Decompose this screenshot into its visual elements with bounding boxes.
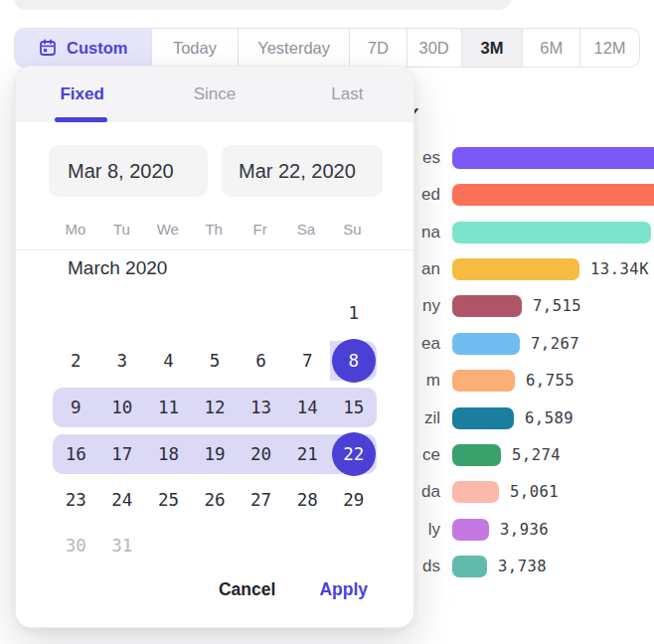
weekday-label: Th	[191, 221, 237, 238]
calendar-week-row: 1	[53, 293, 377, 333]
bar	[452, 556, 487, 577]
bar	[452, 481, 499, 503]
end-date-input[interactable]: Mar 22, 2020	[222, 145, 383, 197]
weekday-label: Tu	[98, 221, 144, 238]
month-title: March 2020	[68, 257, 167, 279]
calendar-icon	[38, 38, 58, 58]
day-cell-7[interactable]: 7	[284, 341, 331, 381]
weekday-label: We	[145, 221, 191, 238]
day-cell-empty	[238, 293, 284, 333]
weekday-label: Su	[329, 221, 375, 238]
tab-fixed[interactable]: Fixed	[16, 67, 148, 122]
active-tab-underline	[55, 117, 107, 122]
day-cell-empty	[145, 526, 192, 565]
calendar-week-row: 16171819202122	[53, 434, 377, 474]
bar-value: 5,061	[510, 483, 559, 501]
bar	[452, 147, 654, 169]
day-cell-empty	[192, 293, 239, 333]
bar	[452, 222, 651, 243]
day-cell-11[interactable]: 11	[145, 388, 192, 427]
day-cell-8[interactable]: 8	[330, 341, 377, 381]
date-picker-popup: Fixed Since Last Mar 8, 2020 Mar 22, 202…	[15, 66, 414, 628]
day-cell-empty	[53, 293, 99, 333]
bar	[452, 370, 515, 392]
cancel-button[interactable]: Cancel	[219, 579, 275, 600]
apply-button[interactable]: Apply	[319, 579, 368, 600]
bar-value: 7,267	[531, 335, 579, 353]
bar	[452, 519, 489, 541]
selected-start-day[interactable]: 8	[332, 339, 376, 383]
day-cell-26[interactable]: 26	[192, 480, 239, 520]
day-cell-27[interactable]: 27	[238, 480, 284, 520]
popup-footer: Cancel Apply	[219, 579, 368, 600]
day-cell-29[interactable]: 29	[330, 480, 377, 520]
toolbar-item-12m[interactable]: 12M	[580, 29, 639, 67]
calendar-week-row: 9101112131415	[53, 388, 377, 427]
tab-since[interactable]: Since	[148, 67, 280, 122]
day-cell-9[interactable]: 9	[53, 388, 99, 427]
bar-value: 13.34K	[590, 260, 649, 278]
day-cell-19[interactable]: 19	[192, 434, 239, 474]
day-cell-28[interactable]: 28	[284, 480, 331, 520]
day-cell-16[interactable]: 16	[53, 434, 99, 474]
bar-value: 3,936	[500, 521, 549, 539]
bar	[452, 258, 579, 280]
weekday-label: Mo	[53, 221, 98, 238]
day-cell-13[interactable]: 13	[238, 388, 284, 427]
day-cell-10[interactable]: 10	[99, 388, 146, 427]
bar-value: 5,274	[512, 446, 561, 464]
start-date-input[interactable]: Mar 8, 2020	[49, 145, 208, 197]
selected-end-day[interactable]: 22	[332, 432, 376, 476]
bar	[452, 295, 522, 317]
day-cell-22[interactable]: 22	[330, 434, 377, 474]
day-cell-15[interactable]: 15	[330, 388, 377, 427]
toolbar-item-yesterday[interactable]: Yesterday	[239, 29, 350, 67]
bar-value: 3,738	[498, 558, 547, 575]
bar-value: 7,515	[533, 297, 581, 315]
toolbar-item-today[interactable]: Today	[152, 29, 240, 67]
day-cell-empty	[99, 293, 146, 333]
day-cell-empty	[284, 526, 331, 565]
day-cell-empty	[145, 293, 192, 333]
bar	[452, 184, 654, 206]
toolbar-item-3m[interactable]: 3M	[462, 29, 524, 67]
day-cell-31[interactable]: 31	[99, 526, 146, 565]
toolbar-item-30d[interactable]: 30D	[408, 29, 462, 67]
day-cell-empty	[330, 526, 377, 565]
day-cell-21[interactable]: 21	[284, 434, 331, 474]
bar	[452, 333, 520, 355]
day-cell-23[interactable]: 23	[53, 480, 99, 520]
bar-value: 6,589	[525, 409, 573, 427]
bar-value: 6,755	[526, 372, 574, 390]
day-cell-2[interactable]: 2	[53, 341, 99, 381]
date-range-toolbar: Custom TodayYesterday7D30D3M6M12M	[14, 28, 640, 68]
bar	[452, 407, 514, 429]
day-cell-12[interactable]: 12	[192, 388, 239, 427]
day-cell-6[interactable]: 6	[238, 341, 284, 381]
day-cell-empty	[284, 293, 331, 333]
day-cell-20[interactable]: 20	[238, 434, 284, 474]
day-cell-30[interactable]: 30	[53, 526, 99, 565]
day-cell-3[interactable]: 3	[99, 341, 146, 381]
divider	[16, 249, 413, 250]
day-cell-4[interactable]: 4	[145, 341, 192, 381]
day-cell-17[interactable]: 17	[99, 434, 146, 474]
day-cell-empty	[192, 526, 239, 565]
day-cell-1[interactable]: 1	[330, 293, 377, 333]
day-cell-empty	[238, 526, 284, 565]
date-picker-tabs: Fixed Since Last	[16, 67, 413, 122]
day-cell-25[interactable]: 25	[145, 480, 192, 520]
weekday-label: Fr	[238, 221, 283, 238]
bar	[452, 444, 501, 466]
day-cell-14[interactable]: 14	[284, 388, 331, 427]
day-cell-24[interactable]: 24	[99, 480, 146, 520]
toolbar-item-7d[interactable]: 7D	[350, 29, 408, 67]
calendar-week-row: 2345678	[53, 341, 377, 381]
day-cell-5[interactable]: 5	[192, 341, 239, 381]
tab-last[interactable]: Last	[281, 67, 413, 122]
custom-range-button[interactable]: Custom	[15, 29, 152, 67]
calendar-week-row: 3031	[53, 526, 377, 565]
toolbar-item-6m[interactable]: 6M	[523, 29, 580, 67]
calendar-week-row: 23242526272829	[53, 480, 377, 520]
day-cell-18[interactable]: 18	[145, 434, 192, 474]
